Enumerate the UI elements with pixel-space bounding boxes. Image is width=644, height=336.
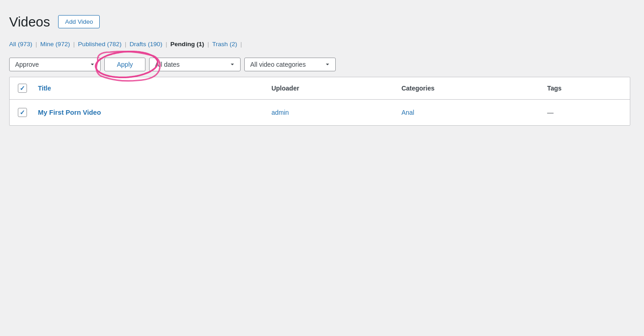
category-filter-select[interactable]: All video categories xyxy=(244,58,336,71)
filter-drafts[interactable]: Drafts (190) xyxy=(129,41,162,48)
tags-value: — xyxy=(547,109,553,116)
apply-button[interactable]: Apply xyxy=(104,58,145,71)
col-header-categories: Categories xyxy=(393,77,539,100)
row-uploader-cell: admin xyxy=(263,100,393,126)
checkmark-icon: ✓ xyxy=(20,85,25,92)
row-checkbox-cell: ✓ xyxy=(10,100,30,126)
filter-published[interactable]: Published (782) xyxy=(78,41,122,48)
row-tags-cell: — xyxy=(539,100,630,126)
filter-sep-4: | xyxy=(166,41,167,48)
category-link[interactable]: Anal xyxy=(402,109,414,116)
table-row: ✓ My First Porn Video admin Anal — xyxy=(10,100,630,126)
select-all-checkbox[interactable]: ✓ xyxy=(18,84,27,93)
row-checkbox[interactable]: ✓ xyxy=(18,108,27,117)
col-header-title[interactable]: Title xyxy=(30,77,263,100)
header-checkbox-col: ✓ xyxy=(10,77,30,100)
video-title-link[interactable]: My First Porn Video xyxy=(38,109,101,116)
row-categories-cell: Anal xyxy=(393,100,539,126)
page-header: Videos Add Video xyxy=(9,14,630,30)
toolbar: Approve Delete Permanently Apply All dat… xyxy=(9,54,630,75)
filter-links: All (973) | Mine (972) | Published (782)… xyxy=(9,41,630,48)
bulk-action-select[interactable]: Approve Delete Permanently xyxy=(9,58,101,71)
filter-sep-5: | xyxy=(207,41,209,48)
filter-sep-3: | xyxy=(125,41,127,48)
filter-sep-1: | xyxy=(36,41,38,48)
filter-pending[interactable]: Pending (1) xyxy=(170,41,204,48)
filter-trash[interactable]: Trash (2) xyxy=(212,41,237,48)
videos-table-wrapper: ✓ Title Uploader Categories Tags ✓ My Fi… xyxy=(9,77,630,126)
row-title-cell: My First Porn Video xyxy=(30,100,263,126)
add-video-button[interactable]: Add Video xyxy=(58,15,100,28)
row-checkmark-icon: ✓ xyxy=(20,109,25,116)
filter-mine[interactable]: Mine (972) xyxy=(40,41,70,48)
videos-table: ✓ Title Uploader Categories Tags ✓ My Fi… xyxy=(10,77,630,125)
uploader-link[interactable]: admin xyxy=(271,109,289,116)
filter-all[interactable]: All (973) xyxy=(9,41,32,48)
col-header-uploader: Uploader xyxy=(263,77,393,100)
date-filter-select[interactable]: All dates xyxy=(149,58,241,71)
apply-button-wrapper: Apply xyxy=(104,58,145,71)
col-header-tags: Tags xyxy=(539,77,630,100)
page-title: Videos xyxy=(9,14,50,30)
filter-sep-6: | xyxy=(241,41,242,48)
filter-sep-2: | xyxy=(73,41,75,48)
table-header-row: ✓ Title Uploader Categories Tags xyxy=(10,77,630,100)
